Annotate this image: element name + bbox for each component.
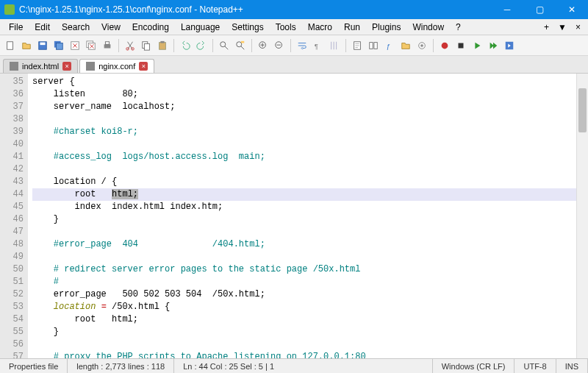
file-icon xyxy=(86,62,95,71)
menu-edit[interactable]: Edit xyxy=(29,21,56,34)
svg-rect-15 xyxy=(160,40,164,43)
svg-rect-13 xyxy=(144,43,149,50)
indent-guide-icon[interactable] xyxy=(327,38,342,53)
svg-rect-0 xyxy=(7,41,13,49)
play-multi-icon[interactable] xyxy=(486,38,501,53)
svg-rect-24 xyxy=(374,42,377,49)
func-list-icon[interactable]: ƒ xyxy=(382,38,397,53)
stop-macro-icon[interactable] xyxy=(453,38,468,53)
svg-rect-18 xyxy=(241,40,244,43)
zoom-out-icon[interactable] xyxy=(272,38,287,53)
menu-language[interactable]: Language xyxy=(175,21,226,34)
print-icon[interactable] xyxy=(100,38,115,53)
svg-point-16 xyxy=(220,41,226,46)
replace-icon[interactable] xyxy=(233,38,248,53)
menu-file[interactable]: File xyxy=(3,21,29,34)
svg-point-27 xyxy=(420,44,423,47)
minimize-button[interactable]: ─ xyxy=(491,0,523,19)
doc-list-icon[interactable] xyxy=(366,38,381,53)
show-chars-icon[interactable]: ¶ xyxy=(311,38,326,53)
status-eol: Windows (CR LF) xyxy=(433,359,515,373)
status-position: Ln : 44 Col : 25 Sel : 5 | 1 xyxy=(174,359,433,373)
menu-encoding[interactable]: Encoding xyxy=(126,21,175,34)
titlebar: C:\nginx-1.25.1\nginx-1.25.1\conf\nginx.… xyxy=(0,0,588,19)
close-file-icon[interactable] xyxy=(68,38,82,53)
close-all-icon[interactable] xyxy=(84,38,98,53)
svg-point-10 xyxy=(126,47,129,50)
menubar-right-symbol[interactable]: + xyxy=(539,22,553,32)
tab-label: index.html xyxy=(22,62,59,71)
menu-run[interactable]: Run xyxy=(338,21,366,34)
tab-close-icon[interactable]: × xyxy=(62,62,71,71)
tab-label: nginx.conf xyxy=(98,62,135,71)
line-gutter: 3536373839404142434445464748495051525354… xyxy=(0,74,28,358)
menu-help[interactable]: ? xyxy=(450,21,467,34)
svg-point-17 xyxy=(237,41,242,46)
menubar: FileEditSearchViewEncodingLanguageSettin… xyxy=(0,19,588,35)
svg-text:¶: ¶ xyxy=(315,41,318,49)
svg-rect-2 xyxy=(40,42,46,45)
save-macro-icon[interactable] xyxy=(502,38,517,53)
status-length: length : 2,773 lines : 118 xyxy=(68,359,174,373)
new-file-icon[interactable] xyxy=(3,38,18,53)
copy-icon[interactable] xyxy=(139,38,154,53)
file-icon xyxy=(10,62,18,71)
window-title: C:\nginx-1.25.1\nginx-1.25.1\conf\nginx.… xyxy=(19,4,491,15)
status-filetype: Properties file xyxy=(0,359,68,373)
status-insert-mode: INS xyxy=(556,359,588,373)
menu-view[interactable]: View xyxy=(96,21,126,34)
zoom-in-icon[interactable] xyxy=(256,38,270,53)
svg-rect-29 xyxy=(459,43,464,48)
toolbar: ¶ ƒ xyxy=(0,35,588,56)
tab-close-icon[interactable]: × xyxy=(139,62,148,71)
paste-icon[interactable] xyxy=(155,38,170,53)
scrollbar-thumb[interactable] xyxy=(578,88,587,132)
svg-point-28 xyxy=(442,42,448,49)
svg-rect-14 xyxy=(159,42,166,49)
save-all-icon[interactable] xyxy=(51,38,66,53)
svg-rect-9 xyxy=(105,41,109,44)
svg-text:ƒ: ƒ xyxy=(387,41,390,49)
find-icon[interactable] xyxy=(217,38,232,53)
monitor-icon[interactable] xyxy=(415,38,429,53)
close-button[interactable]: ✕ xyxy=(556,0,588,19)
svg-rect-8 xyxy=(104,44,111,48)
doc-map-icon[interactable] xyxy=(350,38,365,53)
cut-icon[interactable] xyxy=(123,38,137,53)
play-macro-icon[interactable] xyxy=(470,38,484,53)
tab-index-html[interactable]: index.html× xyxy=(3,59,78,73)
menubar-right-symbol[interactable]: ▼ xyxy=(553,22,571,32)
menu-settings[interactable]: Settings xyxy=(226,21,269,34)
svg-rect-4 xyxy=(57,43,63,49)
open-file-icon[interactable] xyxy=(19,38,34,53)
maximize-button[interactable]: ▢ xyxy=(523,0,556,19)
editor: 3536373839404142434445464748495051525354… xyxy=(0,74,588,358)
folder-icon[interactable] xyxy=(398,38,413,53)
tab-nginx-conf[interactable]: nginx.conf× xyxy=(79,59,154,73)
code-area[interactable]: server { listen 80; server_name localhos… xyxy=(28,74,576,358)
menu-search[interactable]: Search xyxy=(56,21,96,34)
wordwrap-icon[interactable] xyxy=(295,38,309,53)
tabbar: index.html×nginx.conf× xyxy=(0,56,588,74)
app-icon xyxy=(4,4,15,15)
menu-macro[interactable]: Macro xyxy=(302,21,338,34)
undo-icon[interactable] xyxy=(178,38,193,53)
record-macro-icon[interactable] xyxy=(437,38,452,53)
menu-window[interactable]: Window xyxy=(406,21,450,34)
status-encoding: UTF-8 xyxy=(514,359,556,373)
menu-tools[interactable]: Tools xyxy=(270,21,302,34)
redo-icon[interactable] xyxy=(194,38,209,53)
vertical-scrollbar[interactable] xyxy=(576,74,588,358)
statusbar: Properties file length : 2,773 lines : 1… xyxy=(0,358,588,373)
menubar-right-symbol[interactable]: × xyxy=(571,22,585,32)
svg-point-11 xyxy=(132,47,135,50)
menu-plugins[interactable]: Plugins xyxy=(366,21,406,34)
svg-rect-23 xyxy=(370,42,373,49)
save-icon[interactable] xyxy=(35,38,50,53)
